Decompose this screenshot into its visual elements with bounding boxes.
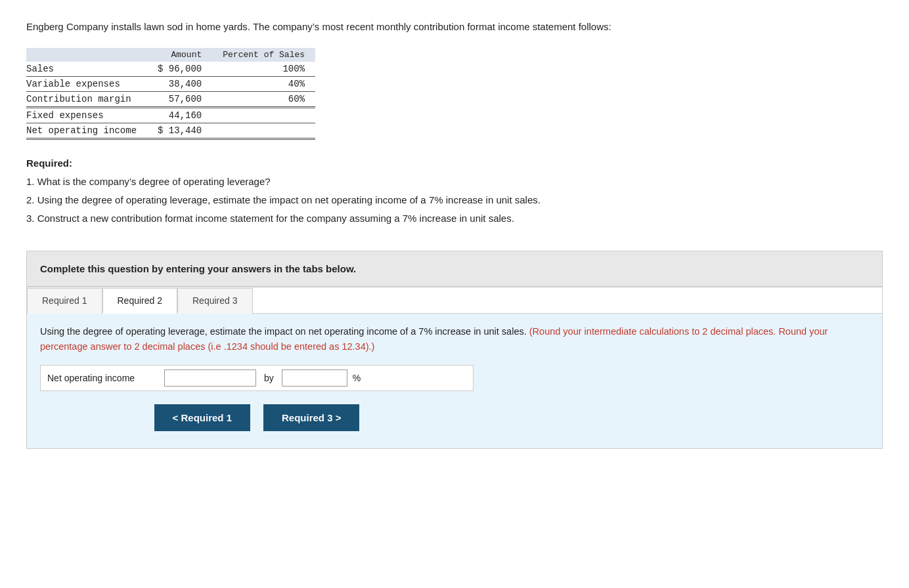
prev-button[interactable]: < Required 1	[154, 404, 250, 431]
col-header-percent: Percent of Sales	[212, 48, 315, 62]
answer-label: Net operating income	[47, 373, 159, 383]
table-row: Sales $ 96,000 100%	[26, 62, 315, 77]
row-amount: $ 13,440	[147, 123, 212, 138]
required-item-3: 3. Construct a new contribution format i…	[26, 211, 880, 226]
table-row: Variable expenses 38,400 40%	[26, 76, 315, 91]
tab-required2[interactable]: Required 2	[102, 288, 178, 314]
tab-required3[interactable]: Required 3	[177, 288, 253, 314]
tab-required1[interactable]: Required 1	[27, 288, 102, 314]
row-percent	[212, 123, 315, 138]
tab2-instruction-normal: Using the degree of operating leverage, …	[40, 326, 527, 337]
row-amount: 38,400	[147, 76, 212, 91]
row-percent: 60%	[212, 91, 315, 107]
col-header-amount: Amount	[147, 48, 212, 62]
answer-row: Net operating income by %	[40, 365, 474, 391]
row-amount: 57,600	[147, 91, 212, 107]
row-label: Fixed expenses	[26, 107, 147, 123]
row-percent: 40%	[212, 76, 315, 91]
complete-box: Complete this question by entering your …	[26, 251, 883, 287]
table-row: Net operating income $ 13,440	[26, 123, 315, 138]
required-item-1: 1. What is the company’s degree of opera…	[26, 174, 880, 190]
percent-sign: %	[353, 373, 361, 383]
required-section: Required: 1. What is the company’s degre…	[26, 156, 880, 226]
tabs-header: Required 1 Required 2 Required 3	[27, 287, 882, 314]
by-label: by	[264, 373, 274, 383]
tab2-instruction: Using the degree of operating leverage, …	[40, 324, 869, 354]
row-amount: 44,160	[147, 107, 212, 123]
row-label: Variable expenses	[26, 76, 147, 91]
next-button[interactable]: Required 3 >	[263, 404, 359, 431]
row-label: Sales	[26, 62, 147, 77]
row-percent: 100%	[212, 62, 315, 77]
nav-buttons: < Required 1 Required 3 >	[40, 404, 474, 438]
col-header-label	[26, 48, 147, 62]
row-label: Contribution margin	[26, 91, 147, 107]
required-heading: Required:	[26, 156, 880, 171]
row-percent	[212, 107, 315, 123]
row-label: Net operating income	[26, 123, 147, 138]
income-table: Amount Percent of Sales Sales $ 96,000 1…	[26, 48, 315, 140]
tabs-area: Required 1 Required 2 Required 3 Using t…	[26, 287, 883, 449]
complete-box-text: Complete this question by entering your …	[40, 263, 356, 274]
row-amount: $ 96,000	[147, 62, 212, 77]
required-item-2: 2. Using the degree of operating leverag…	[26, 192, 880, 208]
answer-input-1[interactable]	[164, 369, 256, 387]
table-row: Fixed expenses 44,160	[26, 107, 315, 123]
intro-text: Engberg Company installs lawn sod in hom…	[26, 20, 880, 35]
answer-input-2[interactable]	[282, 369, 347, 387]
tab2-content: Using the degree of operating leverage, …	[27, 314, 882, 448]
table-row: Contribution margin 57,600 60%	[26, 91, 315, 107]
